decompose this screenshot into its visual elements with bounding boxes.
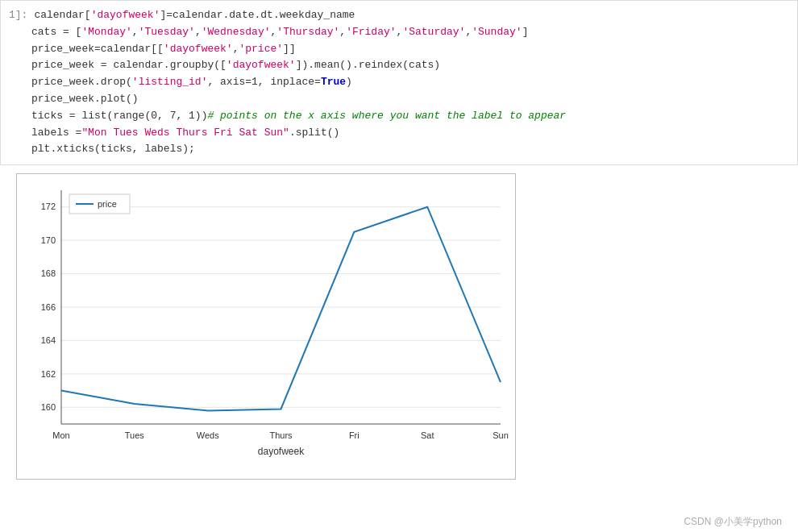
code-line-4: price_week = calendar.groupby(['dayofwee… <box>9 57 789 74</box>
line-number-7 <box>9 108 31 125</box>
code-token: ] <box>522 24 529 41</box>
line-number-3 <box>9 41 31 58</box>
chart-container: 160 162 164 166 168 170 172 Mon Tues Wed… <box>0 165 798 510</box>
code-block: 1]: calendar['dayofweek'] = calendar.dat… <box>0 0 798 165</box>
code-token: , <box>339 24 346 41</box>
code-token: ] <box>160 7 166 24</box>
line-number-1: 1]: <box>9 7 34 24</box>
code-token: ticks = list(range(0, 7, 1)) <box>31 108 207 125</box>
code-token: ) <box>346 74 352 91</box>
chart-svg: 160 162 164 166 168 170 172 Mon Tues Wed… <box>17 174 517 480</box>
y-label-164: 164 <box>41 335 56 345</box>
code-token: price_week=calendar[[ <box>31 41 164 58</box>
x-label-weds: Weds <box>197 430 219 440</box>
line-number-5 <box>9 74 31 91</box>
watermark: CSDN @小美学python <box>0 510 798 532</box>
code-token: 'Friday' <box>346 24 396 41</box>
code-token: calendar <box>34 7 84 24</box>
y-label-166: 166 <box>41 302 56 312</box>
code-token: 'dayofweek' <box>164 41 233 58</box>
code-token: 'dayofweek' <box>91 7 160 24</box>
code-token: 'listing_id' <box>132 74 208 91</box>
x-axis-title: dayofweek <box>258 446 305 457</box>
code-line-5: price_week.drop('listing_id', axis=1, in… <box>9 74 789 91</box>
line-number-6 <box>9 91 31 108</box>
line-number-8 <box>9 125 31 142</box>
code-token: , <box>195 24 202 41</box>
code-token: 'Wednesday' <box>202 24 271 41</box>
code-token: 'price' <box>239 41 283 58</box>
code-token: price_week.plot() <box>31 91 139 108</box>
x-label-mon: Mon <box>52 430 69 440</box>
line-number-2 <box>9 24 31 41</box>
x-label-fri: Fri <box>349 430 360 440</box>
code-token: True <box>321 74 346 91</box>
code-token: 'Saturday' <box>402 24 465 41</box>
y-label-160: 160 <box>41 402 56 412</box>
code-line-2: cats = [ 'Monday', 'Tuesday', 'Wednesday… <box>9 24 789 41</box>
code-token: price_week = calendar.groupby([ <box>31 57 227 74</box>
code-token: , <box>233 41 239 58</box>
code-token: , <box>397 24 403 41</box>
x-label-sun: Sun <box>493 430 509 440</box>
code-token: cats = [ <box>31 24 81 41</box>
page-wrapper: 1]: calendar['dayofweek'] = calendar.dat… <box>0 0 798 532</box>
code-token: 'Monday' <box>81 24 131 41</box>
code-line-9: plt.xticks(ticks, labels); <box>9 141 789 158</box>
code-token: labels = <box>31 125 81 142</box>
x-label-tues: Tues <box>125 430 145 440</box>
code-token: , <box>465 24 472 41</box>
code-line-6: price_week.plot() <box>9 91 789 108</box>
y-label-172: 172 <box>41 202 56 211</box>
code-line-1: 1]: calendar['dayofweek'] = calendar.dat… <box>9 7 789 24</box>
line-number-9 <box>9 141 31 158</box>
code-line-7: ticks = list(range(0, 7, 1)) # points on… <box>9 108 789 125</box>
code-token: "Mon Tues Weds Thurs Fri Sat Sun" <box>81 125 289 142</box>
code-token: .split() <box>289 125 339 142</box>
code-token: # points on the x axis where you want th… <box>207 108 566 125</box>
chart-line <box>61 207 501 411</box>
y-label-168: 168 <box>41 268 56 278</box>
code-token: , <box>132 24 139 41</box>
code-token: [ <box>85 7 91 24</box>
watermark-text: CSDN @小美学python <box>684 516 782 527</box>
code-token: ]] <box>283 41 296 58</box>
code-token: , <box>271 24 277 41</box>
code-token: 'Thursday' <box>276 24 339 41</box>
chart-wrap: 160 162 164 166 168 170 172 Mon Tues Wed… <box>16 173 516 480</box>
y-label-170: 170 <box>41 235 56 245</box>
code-token: 'dayofweek' <box>227 57 296 74</box>
code-token: , axis=1, inplace= <box>207 74 320 91</box>
y-label-162: 162 <box>41 369 56 379</box>
code-token: = <box>166 7 172 24</box>
line-number-4 <box>9 57 31 74</box>
x-label-sat: Sat <box>421 430 434 440</box>
code-token: plt.xticks(ticks, labels); <box>31 141 195 158</box>
code-line-3: price_week=calendar[['dayofweek','price'… <box>9 41 789 58</box>
code-token: price_week.drop( <box>31 74 132 91</box>
code-line-8: labels = "Mon Tues Weds Thurs Fri Sat Su… <box>9 125 789 142</box>
code-token: 'Sunday' <box>472 24 522 41</box>
code-token: ]).mean().reindex(cats) <box>296 57 440 74</box>
legend-label: price <box>98 199 117 209</box>
x-label-thurs: Thurs <box>269 430 293 440</box>
code-token: 'Tuesday' <box>139 24 195 41</box>
code-token: calendar.date.dt.weekday_name <box>172 7 355 24</box>
